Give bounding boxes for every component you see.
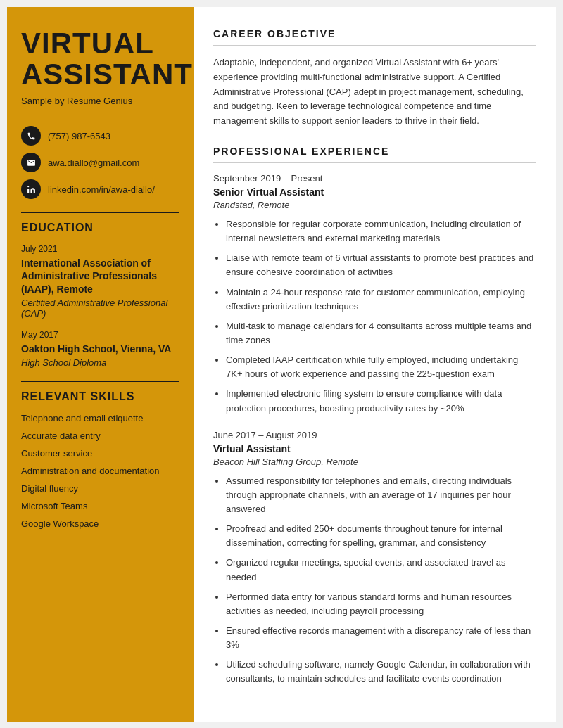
job-2-title: Virtual Assistant xyxy=(213,443,536,454)
career-objective-text: Adaptable, independent, and organized Vi… xyxy=(213,56,536,129)
career-objective-divider xyxy=(213,45,536,46)
job-2-date: June 2017 – August 2019 xyxy=(213,430,536,440)
edu-degree-2: High School Diploma xyxy=(21,357,179,368)
job-1-company: Randstad, Remote xyxy=(213,200,536,210)
experience-divider xyxy=(213,162,536,163)
job-1-bullet-5: Completed IAAP certification while fully… xyxy=(226,353,536,381)
svg-point-0 xyxy=(27,186,29,187)
job-1-bullet-1: Responsible for regular corporate commun… xyxy=(226,217,536,245)
job-1-bullet-4: Multi-task to manage calendars for 4 con… xyxy=(226,319,536,347)
phone-number: (757) 987-6543 xyxy=(48,131,110,141)
skill-7: Google Workspace xyxy=(21,518,179,529)
email-contact: awa.diallo@gmail.com xyxy=(21,153,179,172)
phone-icon xyxy=(21,126,41,146)
linkedin-icon xyxy=(21,179,41,199)
skill-3: Customer service xyxy=(21,448,179,459)
job-1-bullet-6: Implemented electronic filing system to … xyxy=(226,387,536,415)
skill-1: Telephone and email etiquette xyxy=(21,413,179,423)
job-2-bullet-1: Assumed responsibility for telephones an… xyxy=(226,474,536,516)
skill-5: Digital fluency xyxy=(21,483,179,494)
job-1-title: Senior Virtual Assistant xyxy=(213,186,536,198)
edu-date-2: May 2017 xyxy=(21,330,179,340)
job-2-company: Beacon Hill Staffing Group, Remote xyxy=(213,456,536,467)
job-2-bullet-5: Ensured effective records management wit… xyxy=(226,624,536,652)
edu-school-2: Oakton High School, Vienna, VA xyxy=(21,343,179,355)
resume-container: VIRTUAL ASSISTANT Sample by Resume Geniu… xyxy=(7,7,556,722)
linkedin-url: linkedin.com/in/awa-diallo/ xyxy=(48,184,155,195)
job-1-bullet-3: Maintain a 24-hour response rate for cus… xyxy=(226,286,536,314)
skill-4: Administration and documentation xyxy=(21,466,179,476)
skills-divider xyxy=(21,381,179,382)
edu-date-1: July 2021 xyxy=(21,244,179,254)
skills-title: RELEVANT SKILLS xyxy=(21,390,179,403)
job-1: September 2019 – Present Senior Virtual … xyxy=(213,173,536,416)
sidebar: VIRTUAL ASSISTANT Sample by Resume Geniu… xyxy=(7,7,194,722)
experience-title: PROFESSIONAL EXPERIENCE xyxy=(213,146,536,157)
job-2-bullet-6: Utilized scheduling software, namely Goo… xyxy=(226,658,536,686)
main-content: CAREER OBJECTIVE Adaptable, independent,… xyxy=(194,7,556,722)
job-2-bullet-4: Performed data entry for various standar… xyxy=(226,590,536,618)
job-2-bullet-3: Organized regular meetings, special even… xyxy=(226,556,536,584)
candidate-name: VIRTUAL ASSISTANT xyxy=(21,28,179,90)
skill-6: Microsoft Teams xyxy=(21,501,179,511)
career-objective-title: CAREER OBJECTIVE xyxy=(213,28,536,39)
edu-degree-1: Certified Administrative Professional (C… xyxy=(21,298,179,319)
email-address: awa.diallo@gmail.com xyxy=(48,158,139,168)
job-1-date: September 2019 – Present xyxy=(213,173,536,184)
linkedin-contact: linkedin.com/in/awa-diallo/ xyxy=(21,179,179,199)
email-icon xyxy=(21,153,41,172)
job-1-bullets: Responsible for regular corporate commun… xyxy=(226,217,536,416)
resume-subtitle: Sample by Resume Genius xyxy=(21,96,179,106)
education-title: EDUCATION xyxy=(21,222,179,234)
education-item-2: May 2017 Oakton High School, Vienna, VA … xyxy=(21,330,179,368)
job-2-bullet-2: Proofread and edited 250+ documents thro… xyxy=(226,522,536,550)
phone-contact: (757) 987-6543 xyxy=(21,126,179,146)
edu-school-1: International Association of Administrat… xyxy=(21,257,179,295)
education-divider xyxy=(21,212,179,213)
job-2-bullets: Assumed responsibility for telephones an… xyxy=(226,474,536,687)
job-1-bullet-2: Liaise with remote team of 6 virtual ass… xyxy=(226,251,536,279)
education-item-1: July 2021 International Association of A… xyxy=(21,244,179,319)
job-2: June 2017 – August 2019 Virtual Assistan… xyxy=(213,430,536,687)
skill-2: Accurate data entry xyxy=(21,430,179,441)
